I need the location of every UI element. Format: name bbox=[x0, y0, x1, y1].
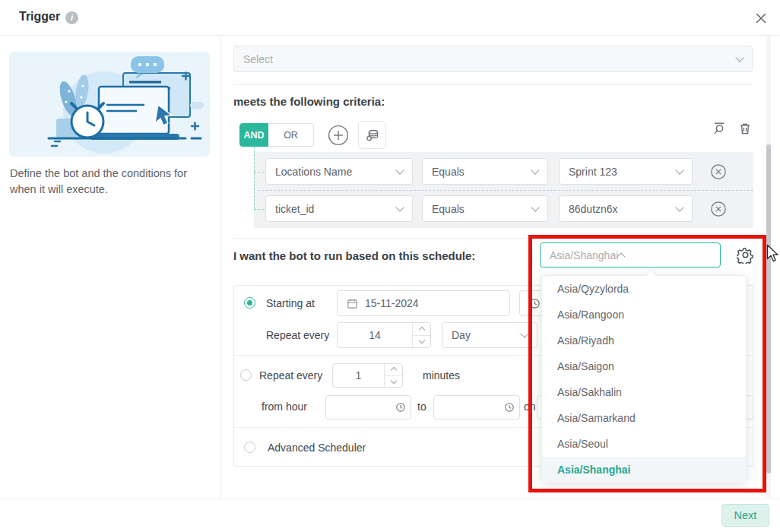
chevron-down-icon bbox=[531, 203, 539, 211]
criteria-value-select[interactable]: 86dutzn6x bbox=[559, 195, 693, 222]
minutes-count-value: 1 bbox=[333, 369, 384, 382]
search-filter-icon bbox=[712, 121, 728, 136]
step-up-icon bbox=[390, 367, 396, 373]
starting-at-radio[interactable] bbox=[244, 297, 255, 309]
minutes-count-stepper[interactable]: 1 bbox=[332, 363, 403, 388]
from-hour-label: from hour bbox=[262, 401, 307, 413]
add-group-button[interactable] bbox=[358, 121, 386, 149]
advanced-scheduler-radio[interactable] bbox=[244, 442, 255, 453]
close-icon[interactable] bbox=[753, 11, 769, 26]
criteria-connector bbox=[254, 209, 265, 210]
clock-icon bbox=[529, 298, 541, 309]
timezone-option[interactable]: Asia/Rangoon bbox=[542, 302, 746, 328]
criteria-operator-select[interactable]: Equals bbox=[422, 195, 548, 222]
start-date-value: 15-11-2024 bbox=[365, 297, 419, 309]
delete-criteria-button[interactable] bbox=[737, 120, 753, 137]
plus-circle-icon bbox=[328, 125, 349, 146]
time-picker-button[interactable] bbox=[499, 396, 519, 419]
panel-divider bbox=[220, 36, 221, 499]
schedule-heading: I want the bot to run based on this sche… bbox=[233, 249, 475, 262]
and-button[interactable]: AND bbox=[239, 123, 268, 147]
start-date-input[interactable]: 15-11-2024 bbox=[337, 290, 510, 316]
scrollbar-thumb[interactable] bbox=[766, 144, 771, 473]
criteria-group-icon bbox=[364, 127, 381, 144]
trigger-dialog: Trigger i bbox=[0, 0, 780, 532]
criteria-connector bbox=[254, 147, 255, 209]
clock-icon bbox=[504, 402, 515, 413]
timezone-select[interactable]: Asia/Shanghai bbox=[540, 242, 721, 268]
chevron-up-icon bbox=[617, 252, 626, 261]
chevron-down-icon bbox=[395, 203, 404, 211]
timezone-option[interactable]: Asia/Sakhalin bbox=[542, 379, 746, 405]
layer-select[interactable]: Select bbox=[233, 46, 753, 72]
timezone-option[interactable]: Asia/Samarkand bbox=[542, 405, 746, 431]
or-button[interactable]: OR bbox=[268, 123, 314, 147]
andor-toggle: AND OR bbox=[239, 123, 314, 147]
remove-condition-button[interactable] bbox=[710, 163, 727, 180]
advanced-scheduler-label: Advanced Scheduler bbox=[268, 442, 366, 454]
criteria-connector bbox=[254, 172, 265, 173]
criteria-field-select[interactable]: Locations Name bbox=[265, 158, 413, 185]
chevron-down-icon bbox=[675, 166, 683, 174]
repeat-unit-select[interactable]: Day bbox=[442, 322, 537, 348]
illustration bbox=[9, 52, 210, 157]
x-circle-icon bbox=[710, 163, 727, 180]
on-days-label: on bbox=[524, 401, 536, 413]
timezone-option[interactable]: Asia/Qyzylorda bbox=[542, 276, 746, 302]
timezone-option[interactable]: Asia/Saigon bbox=[542, 353, 746, 379]
criteria-field-select[interactable]: ticket_id bbox=[265, 195, 413, 222]
chevron-down-icon bbox=[395, 166, 404, 174]
minutes-unit-label: minutes bbox=[423, 369, 460, 382]
time-picker-button[interactable] bbox=[391, 396, 411, 419]
from-hour-input[interactable] bbox=[325, 395, 411, 420]
criteria-row-divider bbox=[258, 190, 753, 191]
repeat-count-stepper[interactable]: 14 bbox=[337, 322, 431, 348]
chevron-down-icon bbox=[520, 329, 528, 337]
repeat-minutes-radio[interactable] bbox=[240, 369, 252, 381]
timezone-option-selected[interactable]: Asia/Shanghai bbox=[542, 457, 746, 483]
step-down-icon bbox=[418, 337, 424, 344]
dialog-header: Trigger i bbox=[0, 0, 780, 36]
chevron-down-icon bbox=[531, 166, 539, 174]
chevron-down-icon bbox=[675, 203, 683, 211]
info-icon[interactable]: i bbox=[65, 11, 78, 24]
gear-icon bbox=[737, 246, 754, 264]
to-label: to bbox=[417, 401, 426, 413]
criteria-heading: meets the following criteria: bbox=[233, 95, 385, 108]
preview-criteria-button[interactable] bbox=[712, 120, 728, 137]
timezone-option[interactable]: Asia/Riyadh bbox=[542, 328, 746, 353]
chevron-down-icon bbox=[735, 53, 744, 62]
criteria-operator-select[interactable]: Equals bbox=[422, 158, 548, 185]
timezone-option[interactable]: Asia/Seoul bbox=[542, 431, 746, 457]
timezone-dropdown: Asia/Qyzylorda Asia/Rangoon Asia/Riyadh … bbox=[541, 275, 747, 482]
footer-divider bbox=[0, 499, 780, 499]
schedule-settings-button[interactable] bbox=[737, 246, 754, 264]
calendar-icon bbox=[347, 298, 358, 309]
section-divider bbox=[233, 84, 753, 85]
stepper-arrows[interactable] bbox=[412, 323, 430, 347]
step-down-icon bbox=[390, 378, 396, 384]
layer-select-placeholder: Select bbox=[243, 53, 737, 65]
x-circle-icon bbox=[710, 201, 727, 217]
page-title: Trigger bbox=[19, 10, 60, 24]
section-divider bbox=[233, 238, 753, 239]
timezone-value: Asia/Shanghai bbox=[550, 249, 618, 261]
trash-icon bbox=[737, 121, 753, 136]
next-button[interactable]: Next bbox=[721, 504, 769, 527]
to-hour-input[interactable] bbox=[433, 395, 520, 420]
add-condition-button[interactable] bbox=[328, 125, 349, 146]
repeat-count-value: 14 bbox=[338, 329, 412, 341]
remove-condition-button[interactable] bbox=[710, 201, 727, 217]
repeat-every-label: Repeat every bbox=[266, 329, 329, 341]
step-up-icon bbox=[418, 327, 424, 333]
stepper-arrows[interactable] bbox=[384, 364, 402, 387]
repeat-minutes-label: Repeat every bbox=[259, 369, 322, 382]
criteria-value-select[interactable]: Sprint 123 bbox=[559, 158, 693, 185]
clock-icon bbox=[395, 402, 406, 413]
sidebar-description: Define the bot and the conditions for wh… bbox=[10, 166, 209, 197]
starting-at-label: Starting at bbox=[266, 297, 315, 309]
